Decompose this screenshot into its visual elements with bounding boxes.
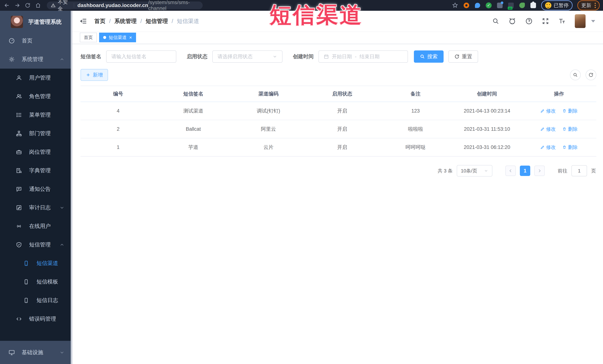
sidebar-item-online-users[interactable]: 在线用户	[0, 217, 72, 235]
breadcrumb-sms[interactable]: 短信管理	[146, 17, 168, 25]
start-date-placeholder: 开始日期	[332, 53, 352, 60]
cell-sign: Ballcat	[156, 126, 231, 132]
refresh-icon	[454, 54, 460, 59]
sidebar-item-infrastructure[interactable]: 基础设施	[0, 341, 72, 364]
extension-orange-icon[interactable]	[463, 2, 470, 9]
browser-update-button[interactable]: 更新	[577, 0, 600, 10]
code-icon	[16, 316, 23, 322]
extension-leaf-icon[interactable]	[519, 2, 525, 9]
emoji-avatar-icon	[545, 2, 551, 9]
kebab-menu-icon[interactable]	[595, 3, 596, 8]
bookmark-star-icon[interactable]	[452, 2, 458, 9]
sidebar-item-posts[interactable]: 岗位管理	[0, 143, 72, 161]
sidebar-item-sms-log[interactable]: 短信日志	[0, 291, 72, 310]
sidebar-item-notices[interactable]: 通知公告	[0, 180, 72, 199]
sidebar-item-sms-management[interactable]: 短信管理	[0, 235, 72, 254]
help-button[interactable]	[525, 17, 533, 25]
page-watermark-annotation: 短信渠道	[269, 0, 363, 30]
refresh-table-button[interactable]	[586, 69, 596, 80]
current-page-button[interactable]: 1	[520, 165, 530, 176]
green-check-icon: ✓	[486, 2, 492, 8]
sidebar-collapse-button[interactable]	[80, 17, 87, 25]
end-date-placeholder: 结束日期	[359, 53, 380, 60]
sidebar-item-audit-log[interactable]: 审计日志	[0, 199, 72, 217]
sidebar-item-users[interactable]: 用户管理	[0, 69, 72, 87]
cell-status: 开启	[306, 144, 378, 151]
sidebar-item-menus[interactable]: 菜单管理	[0, 106, 72, 124]
sidebar-scrollbar[interactable]	[71, 11, 72, 364]
delete-link[interactable]: 删除	[562, 126, 578, 132]
date-range-picker[interactable]: 开始日期 - 结束日期	[318, 50, 408, 63]
font-size-button[interactable]	[558, 17, 566, 25]
next-page-button[interactable]	[534, 165, 545, 176]
avatar-caret-icon[interactable]	[591, 20, 595, 22]
url-divider	[74, 3, 74, 8]
prev-page-button[interactable]	[505, 165, 516, 176]
extension-drop-icon[interactable]	[474, 2, 481, 9]
edit-link[interactable]: 修改	[540, 144, 556, 151]
delete-link[interactable]: 删除	[562, 144, 578, 151]
table-row: 2 Ballcat 阿里云 开启 啦啦啦 2021-03-31 11:53:10…	[81, 120, 596, 138]
sidebar-item-label: 在线用户	[29, 222, 51, 230]
tab-sms-channel[interactable]: 短信渠道 ×	[99, 33, 136, 42]
sidebar-bottom-section: 基础设施	[0, 341, 72, 364]
app-logo[interactable]: 芋道管理系统	[0, 12, 72, 32]
extension-onebox-icon[interactable]: on	[508, 2, 514, 9]
reset-button[interactable]: 重置	[448, 50, 478, 63]
toggle-search-button[interactable]	[570, 69, 581, 80]
search-button[interactable]: 搜索	[414, 50, 444, 63]
sidebar-item-error-codes[interactable]: 错误码管理	[0, 310, 72, 328]
edit-link[interactable]: 修改	[540, 108, 556, 114]
header-search-button[interactable]	[492, 17, 499, 25]
browser-back-button[interactable]	[3, 1, 11, 10]
delete-link[interactable]: 删除	[562, 108, 578, 114]
sidebar-item-label: 系统管理	[22, 56, 43, 63]
github-link[interactable]	[508, 17, 516, 25]
pagination-total: 共 3 条	[438, 168, 453, 174]
sign-input[interactable]	[106, 50, 176, 63]
puzzle-icon	[530, 3, 536, 8]
browser-forward-button[interactable]	[13, 1, 22, 10]
sidebar-item-sms-template[interactable]: 短信模板	[0, 273, 72, 291]
search-button-label: 搜索	[427, 53, 438, 60]
user-avatar[interactable]	[575, 14, 586, 28]
tab-close-icon[interactable]: ×	[129, 35, 132, 40]
profile-paused-chip[interactable]: 已暂停	[541, 0, 573, 10]
sidebar-item-label: 岗位管理	[29, 148, 51, 156]
browser-home-button[interactable]	[34, 1, 42, 10]
pagination: 共 3 条 10条/页 1 前往 页	[81, 165, 596, 176]
chevron-down-icon	[484, 169, 488, 173]
question-icon	[525, 17, 533, 25]
edit-icon	[540, 109, 545, 113]
mobile-icon	[23, 279, 30, 285]
sidebar-item-sms-channel[interactable]: 短信渠道	[0, 254, 72, 273]
extension-check-icon[interactable]: ✓	[486, 2, 492, 9]
sidebar-item-label: 审计日志	[29, 204, 51, 211]
browser-reload-button[interactable]	[23, 1, 32, 10]
breadcrumb-system[interactable]: 系统管理	[114, 17, 137, 25]
sidebar-item-departments[interactable]: 部门管理	[0, 124, 72, 143]
extension-sliders-icon[interactable]	[497, 2, 503, 9]
breadcrumb: 首页 / 系统管理 / 短信管理 / 短信渠道	[94, 17, 199, 25]
add-button[interactable]: 新增	[81, 69, 108, 81]
sidebar-item-home[interactable]: 首页	[0, 32, 72, 50]
security-label: 不安全	[58, 0, 70, 12]
sign-label: 短信签名	[81, 53, 101, 60]
breadcrumb-home[interactable]: 首页	[94, 17, 105, 25]
sidebar-item-system[interactable]: 系统管理	[0, 50, 72, 69]
fullscreen-button[interactable]	[542, 17, 549, 25]
extensions-puzzle-icon[interactable]	[530, 2, 536, 9]
address-bar[interactable]: 不安全 dashboard.yudao.iocoder.cn /system/s…	[47, 1, 203, 9]
list-icon	[16, 112, 23, 118]
status-select[interactable]: 请选择启用状态	[212, 50, 282, 63]
tab-home[interactable]: 首页	[80, 33, 97, 42]
search-icon	[492, 17, 499, 25]
sidebar-item-roles[interactable]: 角色管理	[0, 87, 72, 106]
sidebar-item-dictionary[interactable]: 字典管理	[0, 161, 72, 180]
header-actions	[492, 14, 595, 28]
goto-page-input[interactable]	[571, 165, 587, 176]
chevron-down-icon	[272, 54, 277, 59]
edit-link[interactable]: 修改	[540, 126, 556, 132]
page-size-select[interactable]: 10条/页	[457, 165, 492, 176]
breadcrumb-separator: /	[172, 18, 173, 24]
